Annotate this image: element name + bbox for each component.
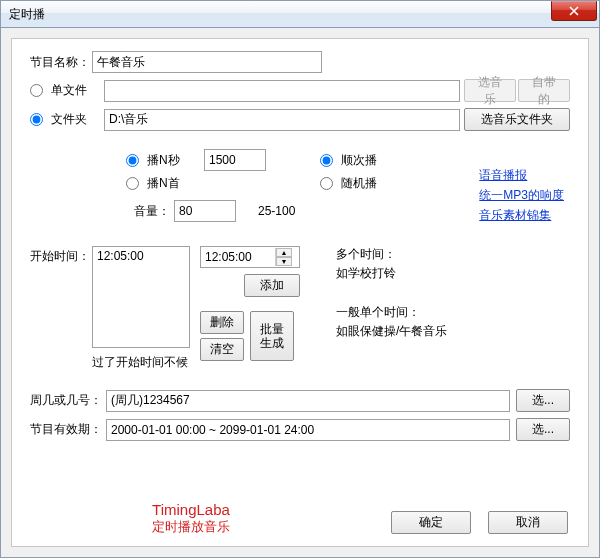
volume-label: 音量： [126,203,174,220]
time-list-item[interactable]: 12:05:00 [97,249,185,263]
multi-time-hint-1: 多个时间： [336,246,486,263]
volume-range-hint: 25-100 [258,204,295,218]
time-list[interactable]: 12:05:00 [92,246,190,348]
window-title: 定时播 [9,6,45,23]
start-time-label: 开始时间： [30,246,92,371]
batch-generate-button[interactable]: 批量 生成 [250,311,294,361]
folder-radio[interactable]: 文件夹 [30,111,104,128]
program-name-input[interactable] [92,51,322,73]
validity-label: 节目有效期： [30,421,106,438]
multi-time-hint-2: 如学校打铃 [336,265,486,282]
mp3-gain-link[interactable]: 统一MP3的响度 [479,187,564,204]
folder-label: 文件夹 [51,111,87,128]
play-n-sec-radio[interactable]: 播N秒 [126,152,204,169]
builtin-button: 自带的 [518,79,570,102]
single-time-hint-2: 如眼保健操/午餐音乐 [336,323,486,340]
clear-time-button[interactable]: 清空 [200,338,244,361]
order-play-radio[interactable]: 顺次播 [320,152,377,169]
play-n-sec-input[interactable] [204,149,266,171]
random-play-label: 随机播 [341,175,377,192]
select-folder-button[interactable]: 选音乐文件夹 [464,108,570,131]
close-icon [569,6,579,16]
links-block: 语音播报 统一MP3的响度 音乐素材锦集 [479,167,564,227]
play-n-sec-label: 播N秒 [147,152,180,169]
validity-select-button[interactable]: 选... [516,418,570,441]
close-button[interactable] [551,1,597,21]
play-n-song-radio[interactable]: 播N首 [126,175,204,192]
cancel-button[interactable]: 取消 [488,511,568,534]
voice-broadcast-link[interactable]: 语音播报 [479,167,564,184]
select-music-button: 选音乐 [464,79,516,102]
folder-input[interactable] [104,109,460,131]
order-play-label: 顺次播 [341,152,377,169]
single-file-radio[interactable]: 单文件 [30,82,104,99]
play-n-song-label: 播N首 [147,175,180,192]
music-library-link[interactable]: 音乐素材锦集 [479,207,564,224]
single-time-hint-1: 一般单个时间： [336,304,486,321]
time-spinner-input[interactable] [201,248,275,266]
brand-zh: 定时播放音乐 [152,518,230,536]
ok-button[interactable]: 确定 [391,511,471,534]
titlebar: 定时播 [0,0,600,28]
spinner-up-icon[interactable]: ▲ [276,248,292,257]
single-file-label: 单文件 [51,82,87,99]
late-note: 过了开始时间不候 [92,354,190,371]
add-time-button[interactable]: 添加 [244,274,300,297]
time-spinner[interactable]: ▲ ▼ [200,246,300,268]
weekday-input[interactable] [106,390,510,412]
random-play-radio[interactable]: 随机播 [320,175,377,192]
delete-time-button[interactable]: 删除 [200,311,244,334]
single-file-input[interactable] [104,80,460,102]
spinner-down-icon[interactable]: ▼ [276,257,292,266]
volume-input[interactable] [174,200,236,222]
brand-block: TimingLaba 定时播放音乐 [152,501,230,536]
validity-input[interactable] [106,419,510,441]
brand-en: TimingLaba [152,501,230,518]
program-name-label: 节目名称： [30,54,92,71]
weekday-label: 周几或几号： [30,392,106,409]
weekday-select-button[interactable]: 选... [516,389,570,412]
